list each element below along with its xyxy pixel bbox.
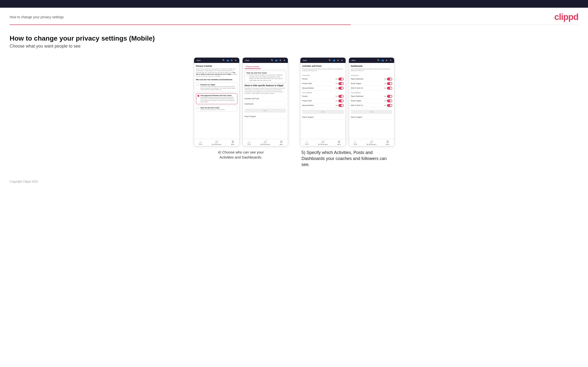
- performance-icon-3: 📈: [321, 140, 325, 143]
- help-support-row-4[interactable]: Help & Support: [351, 115, 392, 120]
- tab-performance-4[interactable]: 📈 My Performance: [367, 140, 376, 145]
- home-label-4: Home: [354, 143, 357, 145]
- tab-menu-1[interactable]: ☰ Menu: [231, 140, 234, 145]
- back-label-1: Back: [197, 59, 201, 61]
- page-title: How to change your privacy settings (Mob…: [10, 34, 578, 42]
- coaches-round-insights-label: Round Insights: [351, 83, 361, 84]
- coaches-rounds-toggle-wrap: ON: [336, 78, 343, 80]
- tab-home-1[interactable]: ⌂ Home: [199, 140, 202, 145]
- back-button-1[interactable]: ‹ Back: [196, 59, 201, 61]
- dropdown-icon-1[interactable]: ▼: [234, 59, 237, 62]
- coaches-player-dash-toggle[interactable]: [387, 78, 392, 80]
- chevron-left-icon-2: ‹: [245, 59, 245, 61]
- help-support-label-4: Help & Support: [351, 116, 362, 118]
- followers-player-dash-toggle[interactable]: [387, 95, 392, 98]
- tab-performance-3[interactable]: 📈 My Performance: [318, 140, 328, 145]
- back-label-2: Back: [246, 59, 249, 61]
- coaches-heading-3: COACHES: [302, 75, 344, 76]
- radio-approved[interactable]: Only Approved Followers and Your Coach O…: [196, 93, 237, 104]
- coaches-manual-on-text: ON: [336, 87, 337, 89]
- dropdown-icon-4[interactable]: ▼: [389, 59, 392, 62]
- coaches-drills-label: Practice Drills: [302, 83, 312, 84]
- search-icon-4[interactable]: 🔍: [377, 59, 380, 62]
- coaches-rounds-toggle[interactable]: [338, 78, 344, 80]
- help-support-row-2[interactable]: Help & Support: [245, 114, 286, 119]
- tab-menu-3[interactable]: ☰ Menu: [337, 140, 341, 145]
- menu-label-2: Menu: [280, 144, 283, 145]
- menu-icon-1: ☰: [232, 140, 234, 143]
- tab-performance-2[interactable]: 📈 My Performance: [260, 140, 270, 145]
- nav-icons-2: 🔍 👥 ⚙ ▼: [271, 59, 286, 62]
- search-icon-2[interactable]: 🔍: [271, 59, 274, 62]
- save-button-3[interactable]: Save: [302, 110, 344, 114]
- radio-everyone[interactable]: Everyone on Clippd Everyone on Clippd ca…: [196, 82, 237, 92]
- tab-menu-2[interactable]: ☰ Menu: [280, 140, 283, 145]
- show-hide-desc-2: Regardless of the privacy controls that …: [245, 87, 286, 95]
- followers-rounds-toggle[interactable]: [338, 95, 344, 98]
- activities-posts-section-title: Activities and Posts: [302, 65, 344, 67]
- tab-menu-4[interactable]: ☰ Menu: [386, 140, 389, 145]
- followers-round-insights-on-text: ON: [384, 100, 386, 102]
- back-button-4[interactable]: ‹ Back: [351, 59, 356, 61]
- coaches-what-to-work-toggle[interactable]: [387, 87, 392, 90]
- performance-icon-1: 📈: [215, 140, 218, 143]
- bottom-tab-bar-3: ⌂ Home 📈 My Performance ☰ Menu: [300, 139, 346, 146]
- followers-what-to-work-toggle-wrap: ON: [384, 104, 392, 107]
- save-button-2[interactable]: Save: [245, 108, 286, 113]
- dropdown-icon-2[interactable]: ▼: [283, 59, 286, 62]
- radio-desc-everyone: Everyone on Clippd can search for you an…: [200, 86, 236, 91]
- tab-home-4[interactable]: ⌂ Home: [354, 140, 357, 145]
- people-icon-2[interactable]: 👥: [275, 59, 278, 62]
- radio-title-approved: Only Approved Followers and Your Coach: [200, 95, 236, 96]
- help-support-row-3[interactable]: Help & Support: [302, 115, 344, 120]
- followers-drills-toggle[interactable]: [338, 100, 344, 102]
- tab-privacy-2[interactable]: Privacy Controls: [245, 65, 261, 69]
- coaches-drills-toggle[interactable]: [338, 82, 344, 85]
- settings-icon-4[interactable]: ⚙: [385, 59, 388, 62]
- settings-icon-1[interactable]: ⚙: [230, 59, 233, 62]
- coaches-rounds-label: Rounds: [302, 78, 308, 80]
- back-button-2[interactable]: ‹ Back: [245, 59, 249, 61]
- nav-bar-4: ‹ Back 🔍 👥 ⚙ ▼: [349, 58, 394, 63]
- followers-round-insights-toggle[interactable]: [387, 100, 392, 102]
- followers-manual-toggle[interactable]: [338, 104, 344, 107]
- followers-heading-3: FOLLOWERS: [302, 92, 344, 93]
- people-icon-4[interactable]: 👥: [381, 59, 384, 62]
- performance-label-2: My Performance: [260, 144, 270, 145]
- coaches-round-insights-on-text: ON: [384, 83, 386, 84]
- coaches-round-insights-toggle[interactable]: [387, 82, 392, 85]
- settings-icon-2[interactable]: ⚙: [279, 59, 282, 62]
- phone-screen-2: ‹ Back 🔍 👥 ⚙ ▼ Privacy Controls: [242, 57, 288, 146]
- tab-home-2[interactable]: ⌂ Home: [247, 140, 251, 145]
- footer-text: Copyright Clippd 2022: [10, 180, 38, 183]
- search-icon-1[interactable]: 🔍: [222, 59, 225, 62]
- help-support-label-3: Help & Support: [302, 116, 314, 118]
- followers-player-dash-row: Player Dashboard ON: [351, 94, 392, 99]
- coaches-rounds-row: Rounds ON: [302, 77, 344, 81]
- privacy-controls-title: Privacy Controls: [196, 65, 237, 67]
- tab-home-3[interactable]: ⌂ Home: [305, 140, 309, 145]
- coaches-manual-toggle[interactable]: [338, 87, 344, 90]
- settings-icon-3[interactable]: ⚙: [337, 59, 340, 62]
- followers-rounds-toggle-wrap: ON: [336, 95, 343, 98]
- nav-icons-1: 🔍 👥 ⚙ ▼: [222, 59, 237, 62]
- followers-drills-label: Practice Drills: [302, 100, 312, 102]
- tab-performance-1[interactable]: 📈 My Performance: [212, 140, 222, 145]
- menu-icon-3: ☰: [338, 140, 340, 143]
- radio-desc-coach-only: Only you and the coaches you connect wit…: [200, 109, 225, 110]
- followers-heading-4: FOLLOWERS: [351, 92, 392, 93]
- back-button-3[interactable]: ‹ Back: [302, 59, 307, 61]
- activities-posts-row[interactable]: Activities and Posts ›: [245, 96, 286, 101]
- save-button-4[interactable]: Save: [351, 110, 392, 114]
- dashboards-row[interactable]: Dashboards ›: [245, 101, 286, 107]
- people-icon-1[interactable]: 👥: [226, 59, 229, 62]
- followers-what-to-work-toggle[interactable]: [387, 104, 392, 107]
- radio-coach-only[interactable]: Only You and Your Coach Only you and the…: [196, 105, 237, 112]
- caption-left: 4) Choose who can see your Activities an…: [213, 150, 269, 160]
- radio-desc-approved: Only approved followers and coaches you …: [200, 97, 236, 103]
- coaches-what-to-work-row: What To Work On ON: [351, 86, 392, 91]
- search-icon-3[interactable]: 🔍: [329, 59, 331, 62]
- people-icon-3[interactable]: 👥: [333, 59, 336, 62]
- coaches-manual-label: Manual Activities: [302, 87, 314, 89]
- dropdown-icon-3[interactable]: ▼: [341, 59, 344, 62]
